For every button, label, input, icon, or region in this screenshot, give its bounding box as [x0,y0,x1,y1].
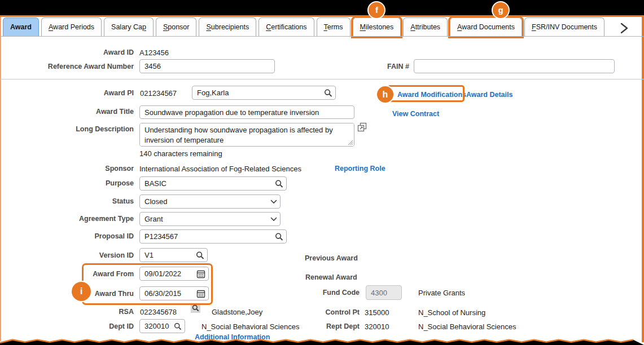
tab-subrecipients[interactable]: Subrecipients [199,17,256,37]
fund-code-label: Fund Code [277,289,360,297]
long-description-textarea[interactable]: Understanding how soundwave propagation … [139,123,354,147]
rsa-value: 022345678 [140,308,177,316]
dept-search-icon[interactable] [174,322,182,330]
tab-label: Certifications [266,23,306,31]
frame-border-right [642,15,644,342]
tab-attributes[interactable]: Attributes [403,17,448,37]
tab-terms[interactable]: Terms [317,17,351,37]
proposal-id-input[interactable] [139,229,287,244]
rsa-name: Gladstone,Joey [212,308,262,316]
top-black-bar [0,0,644,15]
award-from-calendar-icon[interactable] [196,269,205,278]
tab-label: Award Periods [49,23,94,31]
rept-dept-label: Rept Dept [277,322,360,330]
proposal-id-label: Proposal ID [11,232,134,240]
tab-strip: AwardAward PeriodsSalary CapSponsorSubre… [3,17,604,37]
torn-bottom-edge [0,338,644,345]
purpose-input[interactable] [139,176,287,191]
control-pt-label: Control Pt [277,308,360,316]
tab-label: Salary Cap [111,23,146,31]
version-id-label: Version ID [11,251,134,259]
reference-award-number-input[interactable] [139,59,275,73]
agreement-chevron-down-icon [270,217,277,222]
view-contract-link[interactable]: View Contract [392,110,439,118]
reference-award-number-label: Reference Award Number [11,63,134,70]
control-pt-desc: N_School of Nursing [418,308,485,317]
purpose-label: Purpose [11,179,134,187]
tab-label: Award [10,23,32,31]
rept-dept-desc: N_Social Behavioral Sciences [418,322,516,331]
tab-label: Milestones [360,23,394,31]
tab-milestones[interactable]: Milestonesf [353,17,401,37]
award-thru-calendar-icon[interactable] [196,289,205,298]
award-details-link[interactable]: Award Details [466,91,512,99]
award-pi-name-input[interactable] [192,86,336,100]
sponsor-label: Sponsor [11,165,134,172]
status-chevron-down-icon [270,200,277,204]
tab-award[interactable]: Award [3,17,39,37]
status-select[interactable]: Closed [139,194,281,209]
tab-sponsor[interactable]: Sponsor [156,17,197,37]
fain-input[interactable] [414,59,615,73]
frame-border-top [0,15,644,17]
award-modifications-link[interactable]: Award Modifications [397,91,466,99]
renewal-award-label: Renewal Award [305,273,357,281]
tab-strip-divider [0,36,644,37]
fund-code-input [366,285,402,300]
purpose-search-icon[interactable] [275,179,283,188]
tab-award-periods[interactable]: Award Periods [41,17,102,37]
header-divider [0,79,644,79]
tab-label: Subrecipients [206,23,249,31]
fain-label: FAIN # [343,63,409,70]
tab-salary-cap[interactable]: Salary Cap [104,17,154,37]
tab-label: Sponsor [163,23,190,31]
rept-dept-value: 320010 [365,322,389,331]
chars-remaining-text: 140 characters remaining [139,149,222,158]
status-label: Status [11,197,134,205]
tab-label: Terms [324,23,343,31]
previous-award-label: Previous Award [305,254,358,262]
control-pt-value: 315000 [365,308,389,317]
award-id-value: A123456 [139,48,169,57]
rsa-label: RSA [11,308,134,316]
frame-border-left [0,17,1,341]
award-page: AwardAward PeriodsSalary CapSponsorSubre… [0,0,644,345]
tab-certifications[interactable]: Certifications [259,17,314,37]
award-title-input[interactable] [139,105,354,119]
callout-g: g [492,1,510,19]
reporting-role-link[interactable]: Reporting Role [335,165,385,172]
award-id-label: Award ID [11,48,134,56]
award-from-label: Award From [11,270,134,278]
callout-i: i [71,281,92,302]
proposal-search-icon[interactable] [275,232,283,241]
tab-label: Attributes [410,23,440,31]
tab-label: Award Documents [457,23,515,31]
long-description-label: Long Description [11,125,134,133]
award-pi-search-icon[interactable] [324,89,332,97]
agreement-type-select[interactable]: Grant [139,212,281,226]
award-pi-label: Award PI [11,89,134,97]
award-pi-id: 021234567 [140,89,177,98]
callout-h: h [376,85,395,104]
more-tabs-chevron-icon[interactable] [620,23,629,34]
tab-label: FSR/INV Documents [532,23,597,31]
dept-id-label: Dept ID [11,322,134,330]
fund-code-desc: Private Grants [418,289,465,297]
tab-fsr-inv-documents[interactable]: FSR/INV Documents [524,17,604,37]
award-title-label: Award Title [11,108,134,116]
rsa-search-icon[interactable] [191,303,200,313]
sponsor-value: International Association of Fog-Related… [139,165,301,173]
open-in-window-icon[interactable] [357,122,367,132]
tab-award-documents[interactable]: Award Documentsg [450,17,522,37]
version-search-icon[interactable] [196,251,204,259]
agreement-type-label: Agreement Type [11,215,134,223]
